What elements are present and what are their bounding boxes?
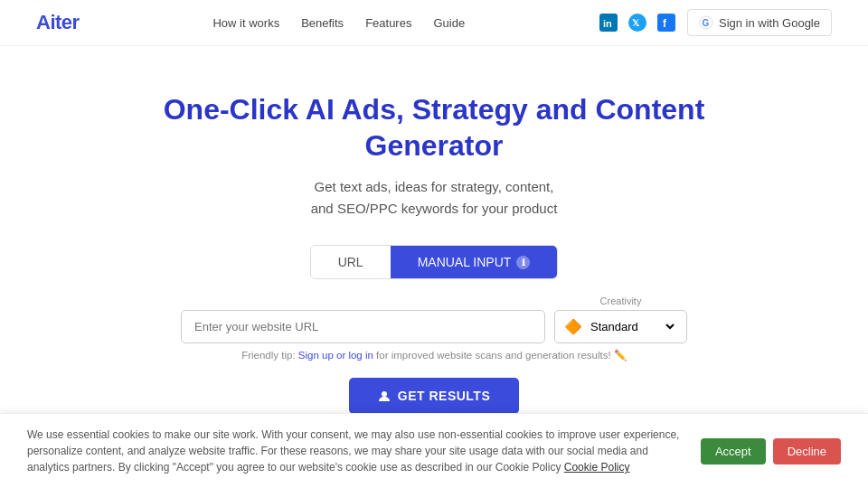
tab-url[interactable]: URL — [311, 246, 391, 278]
input-row: Creativity 🔶 Standard Creative Conservat… — [181, 296, 687, 343]
url-input-wrap — [181, 310, 545, 343]
svg-text:in: in — [603, 18, 612, 29]
tab-bar: URL MANUAL INPUT ℹ — [310, 245, 559, 279]
decline-button[interactable]: Decline — [773, 438, 841, 465]
info-icon: ℹ — [516, 256, 530, 269]
cookie-buttons: Accept Decline — [701, 438, 841, 465]
creativity-label: Creativity — [554, 296, 687, 306]
creativity-wrap: Creativity 🔶 Standard Creative Conservat… — [554, 296, 687, 343]
cookie-policy-link[interactable]: Cookie Policy — [564, 461, 630, 474]
hero-subtitle: Get text ads, ideas for strategy, conten… — [311, 176, 558, 220]
nav-how-it-works[interactable]: How it works — [212, 16, 279, 30]
google-icon: G — [699, 15, 713, 30]
cookie-text: We use essential cookies to make our sit… — [27, 427, 686, 475]
navbar-right: in 𝕏 f G — [599, 9, 832, 36]
linkedin-icon[interactable]: in — [599, 13, 618, 33]
facebook-icon[interactable]: f — [656, 13, 676, 33]
twitter-icon[interactable]: 𝕏 — [627, 13, 647, 33]
friendly-tip: Friendly tip: Sign up or log in for impr… — [241, 349, 627, 361]
user-icon — [378, 389, 391, 402]
get-results-button[interactable]: GET RESULTS — [349, 378, 519, 414]
hero-section: One-Click AI Ads, Strategy and Content G… — [0, 46, 868, 441]
nav-features[interactable]: Features — [365, 16, 411, 30]
tip-link[interactable]: Sign up or log in — [298, 350, 373, 361]
nav-benefits[interactable]: Benefits — [301, 16, 344, 30]
accept-button[interactable]: Accept — [701, 438, 766, 465]
svg-text:G: G — [702, 18, 709, 28]
creativity-select[interactable]: 🔶 Standard Creative Conservative — [554, 310, 687, 343]
creativity-dropdown[interactable]: Standard Creative Conservative — [587, 319, 677, 334]
nav-links: How it works Benefits Features Guide — [212, 16, 465, 30]
signin-button[interactable]: G Sign in with Google — [687, 9, 832, 36]
url-input[interactable] — [181, 310, 545, 343]
svg-text:𝕏: 𝕏 — [632, 18, 640, 28]
tab-manual-input[interactable]: MANUAL INPUT ℹ — [391, 246, 558, 278]
social-icons: in 𝕏 f — [599, 13, 676, 33]
hero-title: One-Click AI Ads, Strategy and Content G… — [118, 91, 750, 164]
navbar: Aiter How it works Benefits Features Gui… — [0, 0, 868, 46]
cookie-banner: We use essential cookies to make our sit… — [0, 413, 868, 488]
nav-guide[interactable]: Guide — [433, 16, 465, 30]
logo: Aiter — [36, 11, 80, 34]
svg-rect-4 — [657, 14, 675, 32]
svg-point-8 — [382, 391, 387, 397]
